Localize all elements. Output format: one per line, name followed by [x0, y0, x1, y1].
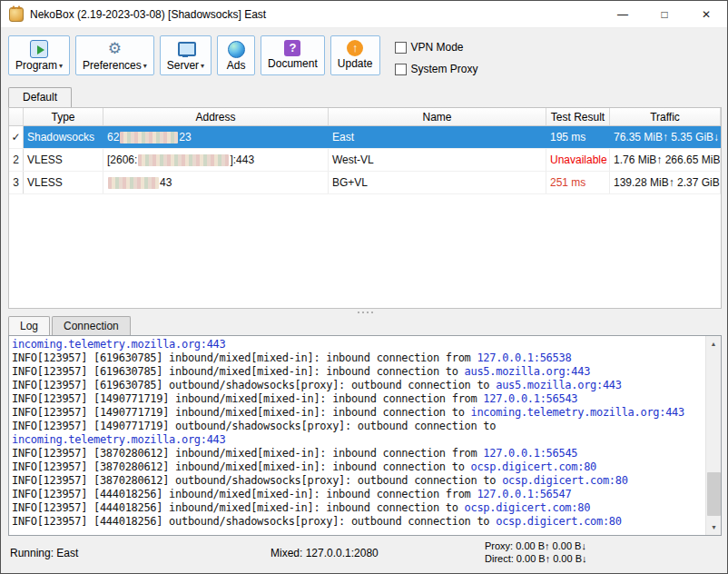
table-corner-cell[interactable]	[9, 108, 24, 125]
table-body: ✓Shadowsocks6223East195 ms76.35 MiB↑ 5.3…	[9, 126, 721, 194]
checkbox-label: VPN Mode	[411, 41, 464, 54]
toolbar: Program▾Preferences▾Server▾AdsDocumentUp…	[1, 29, 727, 86]
ads-icon	[227, 40, 245, 58]
status-traffic: Proxy: 0.00 B↑ 0.00 B↓ Direct: 0.00 B↑ 0…	[485, 539, 587, 565]
log-line: INFO[123957] [3870280612] outbound/shado…	[12, 474, 703, 488]
toolbar-button-labelrow: Ads	[227, 59, 246, 72]
server-icon	[176, 40, 194, 58]
cell-test-result: Unavailable	[546, 149, 610, 171]
group-tab-bar: Default	[8, 87, 72, 107]
scroll-down-arrow-icon[interactable]: ▼	[706, 520, 722, 535]
cell-address: [2606:]:443	[103, 149, 329, 171]
column-header-type[interactable]: Type	[24, 108, 103, 125]
log-line: INFO[123957] [619630785] outbound/shadow…	[12, 379, 703, 392]
log-content: incoming.telemetry.mozilla.org:443INFO[1…	[9, 336, 705, 535]
log-line: INFO[123957] [619630785] inbound/mixed[m…	[12, 365, 703, 379]
checkbox-system-proxy[interactable]: System Proxy	[395, 63, 478, 75]
log-line: INFO[123957] [3870280612] inbound/mixed[…	[12, 447, 703, 460]
toolbar-button-program[interactable]: Program▾	[8, 35, 70, 75]
status-bar: Running: East Mixed: 127.0.0.1:2080 Prox…	[1, 536, 727, 573]
log-line: INFO[123957] [444018256] outbound/shadow…	[12, 515, 703, 529]
window-controls: —□✕	[602, 1, 727, 28]
table-row-2[interactable]: 2VLESS[2606:]:443West-VLUnavailable1.76 …	[9, 149, 721, 172]
log-line: INFO[123957] [1490771719] inbound/mixed[…	[12, 392, 703, 406]
cell-type: VLESS	[24, 172, 103, 193]
toolbar-checkboxes: VPN ModeSystem Proxy	[395, 41, 478, 75]
log-panel: incoming.telemetry.mozilla.org:443INFO[1…	[8, 335, 722, 536]
nekobox-window: NekoBox (2.19-2023-03-08) [Shadowsocks] …	[0, 0, 728, 574]
toolbar-button-labelrow: Program▾	[15, 59, 63, 72]
cell-traffic: 76.35 MiB↑ 5.35 GiB↓	[610, 126, 721, 148]
status-proxy-traffic: Proxy: 0.00 B↑ 0.00 B↓	[485, 539, 587, 552]
app-icon	[9, 7, 24, 22]
blurred-text	[108, 177, 159, 189]
log-scrollbar[interactable]: ▲ ▼	[705, 336, 721, 535]
update-icon	[347, 40, 363, 56]
blurred-text	[120, 132, 178, 144]
log-line: INFO[123957] [1490771719] inbound/mixed[…	[12, 406, 703, 420]
column-header-address[interactable]: Address	[103, 108, 329, 125]
log-line: INFO[123957] [444018256] inbound/mixed[m…	[12, 501, 703, 515]
toolbar-button-labelrow: Preferences▾	[83, 59, 147, 72]
program-icon	[30, 40, 48, 58]
cell-traffic: 139.28 MiB↑ 2.37 GiB↓	[610, 172, 721, 193]
cell-name: East	[329, 126, 546, 148]
titlebar: NekoBox (2.19-2023-03-08) [Shadowsocks] …	[1, 1, 727, 28]
log-line: INFO[123957] [1490771719] outbound/shado…	[12, 420, 703, 433]
scrollbar-thumb[interactable]	[707, 472, 721, 516]
cell-name: West-VL	[329, 149, 546, 171]
tab-connection[interactable]: Connection	[52, 316, 131, 335]
blurred-text	[138, 154, 229, 166]
toolbar-button-document[interactable]: Document	[261, 35, 325, 75]
toolbar-button-server[interactable]: Server▾	[160, 35, 212, 75]
dropdown-arrow-icon: ▾	[59, 62, 63, 70]
toolbar-button-label: Program	[15, 59, 57, 72]
table-row-3[interactable]: 3VLESS43BG+VL251 ms139.28 MiB↑ 2.37 GiB↓	[9, 172, 721, 194]
scroll-up-arrow-icon[interactable]: ▲	[706, 336, 721, 351]
preferences-icon	[105, 40, 123, 58]
column-header-test-result[interactable]: Test Result	[546, 108, 610, 125]
toolbar-button-labelrow: Server▾	[167, 59, 204, 72]
row-marker: ✓	[9, 126, 24, 148]
close-button[interactable]: ✕	[685, 1, 727, 28]
toolbar-button-label: Update	[338, 57, 373, 70]
toolbar-button-update[interactable]: Update	[330, 35, 380, 75]
log-line: incoming.telemetry.mozilla.org:443	[12, 338, 703, 351]
checkbox-box	[395, 42, 407, 54]
toolbar-button-ads[interactable]: Ads	[217, 35, 255, 75]
cell-test-result: 195 ms	[546, 126, 610, 148]
minimize-button[interactable]: —	[602, 1, 644, 28]
cell-address: 43	[103, 172, 329, 193]
log-line: incoming.telemetry.mozilla.org:443	[12, 433, 703, 447]
toolbar-button-label: Ads	[227, 59, 246, 72]
cell-type: Shadowsocks	[24, 126, 103, 148]
log-line: INFO[123957] [3870280612] inbound/mixed[…	[12, 460, 703, 474]
checkbox-box	[395, 64, 407, 75]
toolbar-button-label: Server	[167, 59, 199, 72]
cell-type: VLESS	[24, 149, 103, 171]
column-header-name[interactable]: Name	[329, 108, 546, 125]
toolbar-button-label: Document	[268, 57, 318, 70]
log-tabs: LogConnection	[8, 316, 131, 335]
table-row-1[interactable]: ✓Shadowsocks6223East195 ms76.35 MiB↑ 5.3…	[9, 126, 721, 149]
toolbar-button-label: Preferences	[83, 59, 142, 72]
toolbar-button-preferences[interactable]: Preferences▾	[75, 35, 154, 75]
tab-log[interactable]: Log	[8, 316, 50, 335]
cell-test-result: 251 ms	[546, 172, 610, 193]
column-header-traffic[interactable]: Traffic	[610, 108, 721, 125]
checkbox-label: System Proxy	[411, 63, 478, 75]
cell-name: BG+VL	[329, 172, 546, 193]
row-marker: 2	[9, 149, 24, 171]
toolbar-button-labelrow: Document	[268, 57, 318, 70]
row-marker: 3	[9, 172, 24, 193]
status-mixed-endpoint: Mixed: 127.0.0.1:2080	[271, 547, 379, 559]
checkbox-vpn-mode[interactable]: VPN Mode	[395, 41, 478, 54]
window-title: NekoBox (2.19-2023-03-08) [Shadowsocks] …	[30, 8, 266, 21]
profiles-table: TypeAddressNameTest ResultTraffic ✓Shado…	[8, 107, 722, 309]
tab-default[interactable]: Default	[8, 87, 72, 107]
toolbar-button-labelrow: Update	[338, 57, 373, 70]
splitter-handle[interactable]	[1, 309, 728, 316]
table-header: TypeAddressNameTest ResultTraffic	[9, 108, 721, 126]
maximize-button[interactable]: □	[644, 1, 685, 28]
dropdown-arrow-icon: ▾	[201, 62, 204, 70]
